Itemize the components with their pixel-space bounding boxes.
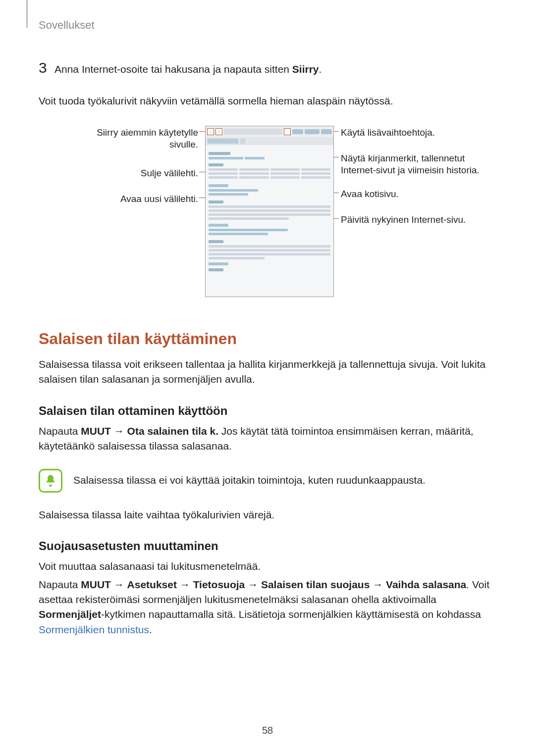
home-icon xyxy=(292,129,303,134)
forward-icon: › xyxy=(215,128,222,135)
callout-home: Avaa kotisivu. xyxy=(341,188,484,200)
s3p2-b1: MUUT xyxy=(81,579,111,590)
section-header: Sovellukset xyxy=(39,19,496,32)
note-text: Salaisessa tilassa ei voi käyttää joitak… xyxy=(73,473,426,488)
section3-p1: Voit muuttaa salasanaasi tai lukitusmene… xyxy=(39,559,496,574)
step-text-bold: Siirry xyxy=(292,63,319,75)
s2p1-b1: MUUT xyxy=(81,425,111,437)
tab-item xyxy=(208,139,238,144)
page-content xyxy=(206,145,333,276)
s3p2-b6: Sormenjäljet xyxy=(39,608,101,620)
section3-p2: Napauta MUUT → Asetukset → Tietosuoja → … xyxy=(39,577,496,638)
step-text-before: Anna Internet-osoite tai hakusana ja nap… xyxy=(54,63,292,75)
s3p2-b5: Vaihda salasana xyxy=(386,579,466,590)
callout-close-tab: Sulje välilehti. xyxy=(69,167,198,179)
back-icon: ‹ xyxy=(207,128,214,135)
s3p2-a: Napauta xyxy=(39,579,81,590)
s3p2-b3: Tietosuoja xyxy=(193,579,245,590)
section-title-enable-secret: Salaisen tilan ottaminen käyttöön xyxy=(39,404,496,418)
browser-screenshot: ‹ › xyxy=(205,126,334,297)
intro-paragraph: Voit tuoda työkalurivit näkyviin vetämäl… xyxy=(39,94,496,108)
callout-new-tab: Avaa uusi välilehti. xyxy=(69,193,198,205)
step-item: 3 Anna Internet-osoite tai hakusana ja n… xyxy=(39,59,496,77)
page-number: 58 xyxy=(0,725,535,736)
s3p2-arr1: → xyxy=(111,579,127,590)
s3p2-arr2: → xyxy=(177,579,193,590)
s3p2-t3: . xyxy=(149,624,152,635)
section1-body: Salaisessa tilassa voit erikseen tallent… xyxy=(39,357,496,387)
callout-back: Siirry aiemmin käytetylle sivulle. xyxy=(69,127,198,151)
section2-p1: Napauta MUUT → Ota salainen tila k. Jos … xyxy=(39,424,496,454)
s3p2-b2: Asetukset xyxy=(127,579,177,590)
reload-icon xyxy=(284,128,291,135)
browser-diagram: Siirry aiemmin käytetylle sivulle. Sulje… xyxy=(39,124,496,307)
callout-reload: Päivitä nykyinen Internet-sivu. xyxy=(341,214,484,226)
step-number: 3 xyxy=(39,59,54,76)
callout-bookmarks: Näytä kirjanmerkit, tallennetut Internet… xyxy=(341,152,484,176)
fingerprint-link[interactable]: Sormenjälkien tunnistus xyxy=(39,624,149,635)
s3p2-t2: -kytkimen napauttamalla sitä. Lisätietoj… xyxy=(101,608,481,620)
s3p2-arr3: → xyxy=(245,579,261,590)
step-text: Anna Internet-osoite tai hakusana ja nap… xyxy=(54,62,321,77)
bookmarks-icon xyxy=(305,129,320,134)
step-text-after: . xyxy=(319,63,322,75)
section2-p2: Salaisessa tilassa laite vaihtaa työkalu… xyxy=(39,507,496,522)
s3p2-b4: Salaisen tilan suojaus xyxy=(261,579,370,590)
note-bell-icon xyxy=(39,469,62,493)
section-title-security-settings: Suojausasetusten muuttaminen xyxy=(39,539,496,553)
more-icon xyxy=(321,129,332,134)
section-title-secret-mode: Salaisen tilan käyttäminen xyxy=(39,330,496,348)
s2p1-arr: → xyxy=(111,425,127,437)
address-bar xyxy=(224,129,282,135)
s2p1-b2: Ota salainen tila k. xyxy=(127,425,218,437)
s3p2-arr4: → xyxy=(370,579,386,590)
note-callout: Salaisessa tilassa ei voi käyttää joitak… xyxy=(39,469,496,493)
callout-more: Käytä lisävaihtoehtoja. xyxy=(341,127,484,139)
new-tab-icon xyxy=(240,139,245,144)
s2p1-a: Napauta xyxy=(39,425,81,437)
